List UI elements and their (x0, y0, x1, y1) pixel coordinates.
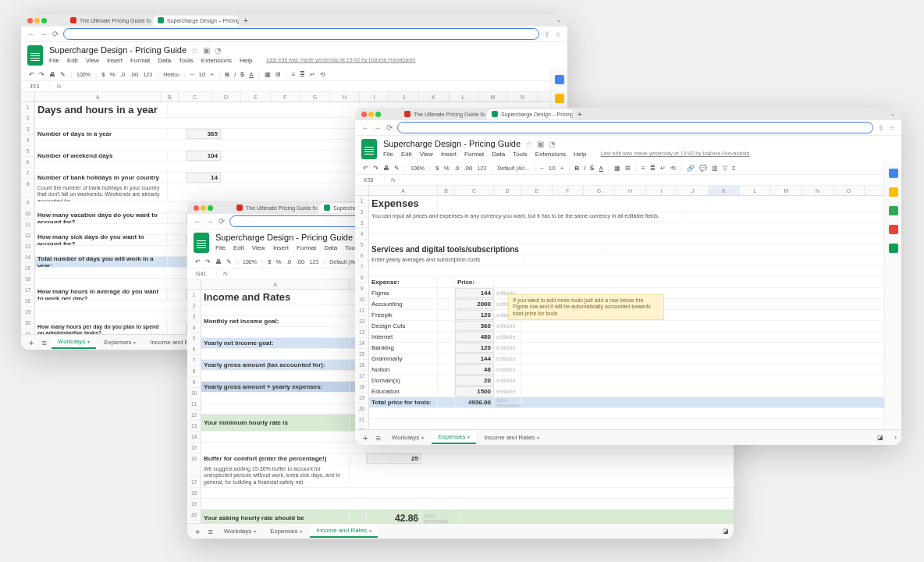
valign-icon[interactable]: ≣ (300, 71, 305, 78)
bold-icon[interactable]: B (225, 71, 229, 78)
close-window-icon[interactable] (194, 205, 199, 211)
sheet-tab[interactable]: Expenses▾ (98, 336, 142, 348)
minimize-window-icon[interactable] (368, 112, 374, 117)
browser-tab[interactable]: The Ultimate Pricing Guide fo× (400, 109, 485, 119)
explore-icon[interactable]: ◪ (723, 528, 729, 535)
minimize-window-icon[interactable] (34, 18, 40, 23)
calendar-icon[interactable] (555, 75, 564, 84)
col-headers[interactable]: ABCDEFGHIJKLMNO (35, 92, 567, 102)
name-box[interactable]: JX3 (27, 83, 51, 90)
name-box[interactable]: K50 (361, 176, 385, 183)
forward-icon[interactable]: → (206, 217, 214, 226)
address-input[interactable] (63, 28, 539, 40)
reload-icon[interactable]: ⟳ (52, 30, 59, 38)
menu-tools[interactable]: Tools (179, 57, 194, 64)
menu-extensions[interactable]: Extensions (201, 57, 232, 64)
keep-icon[interactable] (889, 187, 898, 197)
wrap-icon[interactable]: ↵ (310, 71, 315, 78)
cloud-icon[interactable]: ◔ (549, 140, 556, 148)
doc-title[interactable]: Supercharge Design - Pricing Guide (383, 139, 521, 148)
all-sheets-button[interactable]: ≡ (204, 527, 215, 536)
sheets-icon[interactable] (27, 45, 43, 66)
maximize-window-icon[interactable] (375, 112, 381, 117)
move-icon[interactable]: ▣ (537, 140, 544, 148)
close-window-icon[interactable] (27, 18, 33, 23)
browser-tab[interactable]: Supercharge Design – Pricing× (487, 109, 573, 119)
fill-icon[interactable]: ▦ (265, 71, 271, 78)
sheet-tab[interactable]: Workdays▾ (218, 525, 262, 537)
back-icon[interactable]: ← (361, 123, 369, 132)
new-tab-button[interactable]: + (574, 110, 585, 119)
maximize-window-icon[interactable] (208, 205, 213, 211)
sheets-icon[interactable] (361, 139, 377, 159)
tasks-icon[interactable] (889, 206, 898, 215)
browser-tab[interactable]: The Ultimate Pricing Guide fo× (66, 16, 151, 26)
menu-view[interactable]: View (86, 57, 99, 64)
reload-icon[interactable]: ⟳ (386, 123, 393, 132)
menu-data[interactable]: Data (158, 57, 171, 64)
comment-icon[interactable]: 💬 (699, 165, 707, 172)
forward-icon[interactable]: → (374, 123, 382, 132)
share-icon[interactable]: ⇧ (544, 30, 550, 38)
new-tab-button[interactable]: + (240, 16, 251, 25)
share-icon[interactable]: ⇧ (878, 124, 884, 132)
contacts-icon[interactable] (889, 225, 898, 234)
sheet-tab[interactable]: Income and Rates▾ (478, 432, 546, 443)
chart-icon[interactable]: ▥ (712, 165, 718, 172)
maps-icon[interactable] (889, 244, 898, 253)
last-edit[interactable]: Last edit was made yesterday at 19:42 by… (266, 57, 415, 64)
address-input[interactable] (397, 122, 873, 133)
value-cell[interactable]: 14 (187, 173, 221, 183)
link-icon[interactable]: 🔗 (687, 165, 695, 172)
menu-insert[interactable]: Insert (107, 57, 123, 64)
maximize-window-icon[interactable] (41, 18, 47, 23)
row-headers[interactable]: 12345678910111213141516171819202122 (21, 92, 35, 334)
print-icon[interactable]: 🖶 (49, 71, 55, 78)
sheets-icon[interactable] (194, 233, 209, 253)
close-window-icon[interactable] (361, 112, 367, 117)
all-sheets-button[interactable]: ≡ (372, 433, 383, 443)
undo-icon[interactable]: ↶ (29, 71, 34, 78)
sheet-tab[interactable]: Income and Rates▾ (310, 525, 378, 538)
all-sheets-button[interactable]: ≡ (38, 338, 49, 347)
back-icon[interactable]: ← (194, 217, 201, 226)
forward-icon[interactable]: → (40, 30, 48, 38)
zoom-select[interactable]: 100% (76, 72, 91, 77)
menu-format[interactable]: Format (130, 57, 150, 64)
sheet-tab[interactable]: Expenses▾ (264, 525, 308, 537)
filter-icon[interactable]: ▽ (723, 165, 727, 172)
calendar-icon[interactable] (889, 169, 898, 178)
sheet-tab[interactable]: Workdays▾ (386, 432, 430, 443)
star-icon[interactable]: ☆ (191, 46, 198, 55)
italic-icon[interactable]: I (234, 71, 236, 78)
menu-help[interactable]: Help (240, 57, 252, 64)
menu-file[interactable]: File (49, 57, 59, 64)
sheet-tab[interactable]: Workdays▾ (52, 336, 96, 349)
add-sheet-button[interactable]: + (192, 527, 203, 536)
explore-icon[interactable]: ◪ (877, 434, 883, 441)
doc-title[interactable]: Supercharge Design - Pricing Guide (215, 233, 353, 242)
cloud-icon[interactable]: ◔ (215, 46, 222, 55)
doc-title[interactable]: Supercharge Design - Pricing Guide (49, 45, 187, 55)
bookmark-icon[interactable]: ☆ (889, 124, 895, 132)
keep-icon[interactable] (555, 94, 564, 103)
sheet-tab[interactable]: Expenses▾ (432, 431, 476, 444)
chevron-down-icon[interactable]: ⌄ (556, 17, 561, 23)
minimize-window-icon[interactable] (201, 205, 206, 211)
paint-icon[interactable]: ✎ (60, 71, 66, 78)
align-icon[interactable]: ≡ (292, 71, 296, 78)
browser-tab[interactable]: The Ultimate Pricing Guide fo× (232, 203, 318, 213)
add-sheet-button[interactable]: + (360, 433, 371, 443)
sigma-icon[interactable]: Σ (732, 165, 736, 172)
strike-icon[interactable]: S̶ (240, 71, 244, 78)
value-cell[interactable]: 104 (187, 151, 221, 161)
color-icon[interactable]: A (249, 71, 253, 78)
move-icon[interactable]: ▣ (203, 46, 210, 55)
redo-icon[interactable]: ↷ (39, 71, 44, 78)
back-icon[interactable]: ← (27, 30, 35, 38)
menu-edit[interactable]: Edit (67, 57, 78, 64)
add-sheet-button[interactable]: + (26, 338, 37, 347)
borders-icon[interactable]: ⊞ (275, 71, 281, 78)
star-icon[interactable]: ☆ (525, 140, 532, 148)
browser-tab[interactable]: Supercharge Design – Pricing× (153, 16, 239, 26)
